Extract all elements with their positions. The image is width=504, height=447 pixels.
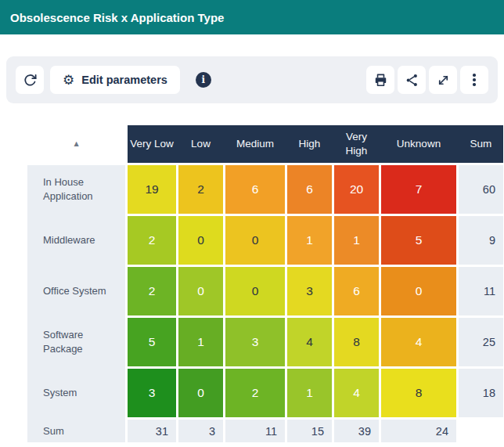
row-sum-cell: 9 — [459, 216, 503, 265]
print-icon — [373, 73, 388, 88]
toolbar-right-group — [366, 66, 488, 94]
matrix-cell[interactable]: 20 — [334, 165, 379, 214]
matrix-cell[interactable]: 7 — [381, 165, 456, 214]
matrix-cell[interactable]: 0 — [381, 267, 456, 315]
matrix-cell[interactable]: 3 — [225, 318, 285, 366]
matrix-cell[interactable]: 4 — [334, 369, 379, 417]
column-header-very-high[interactable]: Very High — [334, 125, 379, 163]
info-icon[interactable]: i — [196, 72, 211, 88]
column-header-sum[interactable]: Sum — [459, 125, 503, 163]
matrix-cell[interactable]: 0 — [178, 267, 223, 315]
matrix-cell[interactable]: 2 — [225, 369, 285, 417]
column-header-unknown[interactable]: Unknown — [381, 125, 456, 163]
matrix-cell[interactable]: 3 — [128, 369, 176, 417]
gear-icon: ⚙ — [63, 74, 74, 87]
column-header-medium[interactable]: Medium — [225, 125, 285, 163]
row-sum-cell: 11 — [459, 267, 503, 315]
column-sum-cell: 3 — [178, 420, 223, 442]
edit-parameters-button[interactable]: ⚙ Edit parameters — [50, 66, 180, 94]
matrix-cell[interactable]: 1 — [178, 318, 223, 366]
matrix-cell[interactable]: 4 — [287, 318, 332, 366]
risk-matrix-table: ▲ Very Low Low Medium High Very High Unk… — [27, 125, 503, 442]
column-sum-cell: 15 — [287, 420, 332, 442]
edit-parameters-label: Edit parameters — [81, 74, 167, 86]
refresh-button[interactable] — [16, 66, 44, 94]
print-button[interactable] — [366, 66, 394, 94]
share-button[interactable] — [398, 66, 426, 94]
sort-asc-icon: ▲ — [74, 141, 78, 147]
row-label-system: System — [27, 369, 125, 417]
row-label-in-house-application: In House Application — [27, 165, 125, 214]
column-header-high[interactable]: High — [287, 125, 332, 163]
expand-icon — [436, 73, 451, 88]
matrix-cell[interactable]: 5 — [128, 318, 176, 366]
matrix-cell[interactable]: 8 — [381, 369, 456, 417]
widget-title-bar: Obsolescence Risk x Application Type — [0, 0, 504, 34]
column-sum-cell: 39 — [334, 420, 379, 442]
toolbar: ⚙ Edit parameters i — [6, 56, 498, 103]
matrix-cell[interactable]: 5 — [381, 216, 456, 265]
row-label-middleware: Middleware — [27, 216, 125, 265]
refresh-icon — [23, 73, 38, 88]
row-label-office-system: Office System — [27, 267, 125, 315]
column-header-very-low[interactable]: Very Low — [128, 125, 176, 163]
matrix-cell[interactable]: 4 — [381, 318, 456, 366]
row-sum-cell: 18 — [459, 369, 503, 417]
matrix-cell[interactable]: 6 — [225, 165, 285, 214]
matrix-cell[interactable]: 6 — [334, 267, 379, 315]
matrix-cell[interactable]: 2 — [128, 216, 176, 265]
info-icon-glyph: i — [202, 74, 206, 85]
kebab-menu-icon — [473, 74, 476, 86]
matrix-cell[interactable]: 6 — [287, 165, 332, 214]
column-header-low[interactable]: Low — [178, 125, 223, 163]
matrix-cell[interactable]: 2 — [178, 165, 223, 214]
row-label-software-package: Software Package — [27, 318, 125, 366]
matrix-cell[interactable]: 19 — [128, 165, 176, 214]
expand-button[interactable] — [429, 66, 457, 94]
column-sum-cell: 31 — [128, 420, 176, 442]
matrix-cell[interactable]: 1 — [287, 216, 332, 265]
matrix-cell[interactable]: 1 — [287, 369, 332, 417]
more-options-button[interactable] — [460, 66, 488, 94]
matrix-cell[interactable]: 8 — [334, 318, 379, 366]
matrix-cell[interactable]: 1 — [334, 216, 379, 265]
matrix-cell[interactable]: 0 — [225, 267, 285, 315]
matrix-cell[interactable]: 3 — [287, 267, 332, 315]
matrix-corner-cell[interactable]: ▲ — [27, 125, 125, 163]
row-sum-cell: 25 — [459, 318, 503, 366]
matrix-cell[interactable]: 0 — [225, 216, 285, 265]
column-sum-cell: 24 — [381, 420, 456, 442]
matrix-cell[interactable]: 2 — [128, 267, 176, 315]
matrix-cell[interactable]: 0 — [178, 369, 223, 417]
row-sum-cell: 60 — [459, 165, 503, 214]
page-title: Obsolescence Risk x Application Type — [10, 11, 224, 24]
matrix-cell[interactable]: 0 — [178, 216, 223, 265]
column-sum-cell: 11 — [225, 420, 285, 442]
row-label-sum: Sum — [27, 420, 125, 442]
share-icon — [405, 73, 419, 88]
grand-total-cell-empty — [459, 420, 503, 442]
